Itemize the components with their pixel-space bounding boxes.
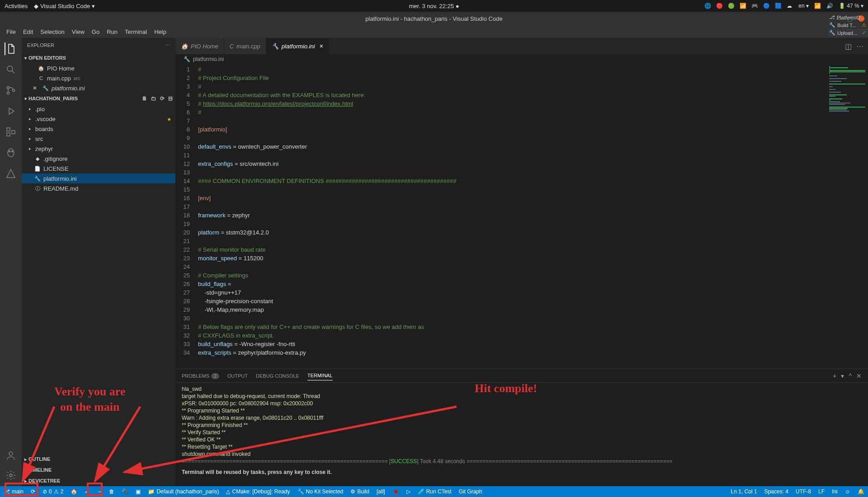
scm-icon[interactable] [5, 84, 17, 97]
menu-view[interactable]: View [68, 27, 88, 37]
file-item[interactable]: 📄LICENSE [22, 164, 175, 173]
tray-icon[interactable]: 🟦 [775, 3, 781, 9]
accounts-icon[interactable] [5, 449, 17, 462]
clock[interactable]: mer. 3 nov. 22:25 ● [409, 3, 459, 9]
folder-item[interactable]: ▸src [22, 134, 175, 144]
pio-terminal-button[interactable]: ▣ [132, 486, 144, 497]
timeline-section[interactable]: ▸TIMELINE [22, 464, 175, 475]
cmake-kit[interactable]: 🔧 No Kit Selected [294, 486, 347, 497]
svg-line-1 [12, 71, 15, 74]
folder-item[interactable]: ▸.vscode● [22, 114, 175, 124]
outline-section[interactable]: ▸OUTLINE [22, 454, 175, 464]
tray-icon[interactable]: 📶 [740, 3, 746, 9]
pio-monitor-button[interactable]: 🔌 [118, 486, 132, 497]
cmake-launch[interactable]: ▷ [403, 486, 414, 497]
terminal-instance[interactable]: 🔧Build T...⚠ [827, 21, 868, 29]
menu-terminal[interactable]: Terminal [121, 27, 151, 37]
menu-edit[interactable]: Edit [19, 27, 37, 37]
new-terminal-icon[interactable]: + [833, 372, 836, 380]
tray-icon[interactable]: 🎮 [751, 3, 758, 9]
volume-icon[interactable]: 🔊 [826, 3, 833, 9]
pio-build-button[interactable]: ✓ [81, 486, 93, 497]
terminal-dropdown-icon[interactable]: ▾ [841, 372, 844, 380]
cmake-ctest[interactable]: 🧪 Run CTest [414, 486, 455, 497]
git-branch[interactable]: ⎇ main [0, 486, 27, 497]
cmake-target[interactable]: [all] [373, 486, 389, 497]
terminal-instance[interactable]: ⎇PlatformIO... [827, 14, 868, 21]
explorer-icon[interactable] [5, 42, 17, 55]
editor-tab[interactable]: Cmain.cpp [224, 38, 266, 54]
menu-file[interactable]: File [3, 27, 19, 37]
cmake-build[interactable]: ⚙ Build [347, 486, 373, 497]
terminal-content[interactable]: hla_swdtarget halted due to debug-reques… [175, 383, 868, 486]
battery-indicator[interactable]: 🔋 47 % ▾ [839, 3, 863, 9]
editor-tab[interactable]: 🏠PIO Home [175, 38, 224, 54]
new-file-icon[interactable]: 🗎 [142, 95, 147, 102]
pio-env-button[interactable]: 📁 Default (hachathon_paris) [144, 486, 222, 497]
search-icon[interactable] [5, 63, 17, 76]
extensions-icon[interactable] [5, 126, 17, 138]
menu-run[interactable]: Run [103, 27, 121, 37]
problems-tab[interactable]: PROBLEMS2 [182, 371, 219, 380]
editor-tab[interactable]: 🔧platformio.ini× [266, 38, 329, 54]
folder-item[interactable]: ▸boards [22, 124, 175, 134]
more-actions-icon[interactable]: ⋯ [856, 42, 863, 51]
terminal-instance[interactable]: 🔧Upload...✓ [827, 29, 868, 37]
split-editor-icon[interactable]: ◫ [845, 42, 852, 51]
menu-selection[interactable]: Selection [37, 27, 68, 37]
language-indicator[interactable]: en ▾ [798, 3, 809, 9]
pio-upload-button[interactable]: → [93, 486, 105, 497]
output-tab[interactable]: OUTPUT [227, 371, 248, 380]
encoding[interactable]: UTF-8 [792, 488, 815, 495]
file-item[interactable]: ⓘREADME.md [22, 183, 175, 193]
collapse-icon[interactable]: ⊟ [168, 95, 173, 102]
breadcrumb[interactable]: 🔧 platformio.ini [175, 54, 868, 64]
tray-icon[interactable]: 🔴 [716, 3, 722, 9]
explorer-more-icon[interactable]: ⋯ [165, 42, 170, 48]
sync-button[interactable]: ⟳ [27, 486, 39, 497]
terminal-tab[interactable]: TERMINAL [307, 371, 333, 380]
new-folder-icon[interactable]: 🗀 [151, 95, 156, 102]
minimap[interactable] [827, 64, 868, 369]
cmake-status[interactable]: △ CMake: [Debug]: Ready [222, 486, 293, 497]
open-editor-item[interactable]: ✕🔧platformio.ini [22, 83, 175, 93]
settings-icon[interactable] [5, 469, 17, 482]
indentation[interactable]: Spaces: 4 [761, 488, 792, 495]
file-item[interactable]: 🔧platformio.ini [22, 173, 175, 183]
tray-icon[interactable]: ☁ [787, 3, 793, 9]
eol[interactable]: LF [815, 488, 828, 495]
refresh-icon[interactable]: ⟳ [160, 95, 165, 102]
project-section[interactable]: ▾HACHATHON_PARIS 🗎 🗀 ⟳ ⊟ [22, 93, 175, 104]
notifications-icon[interactable]: 🔔 [854, 488, 868, 495]
language-mode[interactable]: Ini [828, 488, 841, 495]
code-content[interactable]: ## Project Configuration File## A detail… [198, 64, 827, 369]
cmake-icon[interactable] [5, 167, 17, 180]
run-debug-icon[interactable] [5, 105, 17, 117]
cmake-debug[interactable]: 🐞 [389, 486, 403, 497]
file-item[interactable]: ◆.gitignore [22, 154, 175, 164]
feedback-icon[interactable]: ☺ [841, 488, 854, 495]
debug-console-tab[interactable]: DEBUG CONSOLE [256, 371, 299, 380]
open-editor-item[interactable]: Cmain.cpp src [22, 73, 175, 83]
folder-item[interactable]: ▸zephyr [22, 144, 175, 154]
menu-go[interactable]: Go [88, 27, 103, 37]
git-graph[interactable]: Git Graph [455, 486, 486, 497]
tray-icon[interactable]: 🔵 [763, 3, 769, 9]
pio-home-button[interactable]: 🏠 [67, 486, 81, 497]
app-indicator[interactable]: ◆ Visual Studio Code ▾ [34, 3, 95, 9]
activities-button[interactable]: Activities [5, 3, 28, 9]
open-editors-section[interactable]: ▾OPEN EDITORS [22, 52, 175, 63]
folder-item[interactable]: ▸.pio [22, 104, 175, 114]
platformio-icon[interactable] [5, 146, 17, 159]
pio-clean-button[interactable]: 🗑 [105, 486, 118, 497]
problems-status[interactable]: ⊘ 0 ⚠ 2 [39, 486, 67, 497]
menu-help[interactable]: Help [151, 27, 170, 37]
tray-icon[interactable]: 🌐 [704, 3, 711, 9]
maximize-panel-icon[interactable]: ^ [849, 372, 852, 380]
close-panel-icon[interactable]: ✕ [856, 372, 862, 380]
open-editor-item[interactable]: 🏠PIO Home [22, 63, 175, 73]
wifi-icon[interactable]: 📶 [814, 3, 821, 9]
devicetree-section[interactable]: ▸DEVICETREE [22, 475, 175, 486]
tray-icon[interactable]: 🟢 [728, 3, 734, 9]
cursor-position[interactable]: Ln 1, Col 1 [727, 488, 761, 495]
